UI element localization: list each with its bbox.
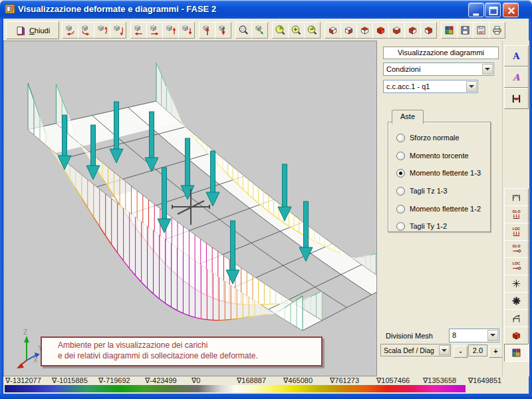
maximize-icon (487, 4, 500, 17)
svg-text:LOC: LOC (513, 261, 521, 265)
global-loads-button[interactable]: GLO (504, 205, 529, 223)
svg-text:GLO: GLO (513, 244, 521, 248)
labels-text-icon: A (511, 51, 522, 62)
window-frame-bottom (0, 394, 532, 399)
export-dxf-button[interactable]: dxf (473, 22, 489, 39)
load-case-dropdown[interactable]: c.c.acc.1 - q1 (383, 80, 478, 93)
annotation-line1: Ambiente per la visualizzazione dei cari… (58, 340, 317, 350)
radio-circle (396, 187, 405, 196)
node-star-thin-button[interactable] (504, 275, 529, 293)
3d-viewport[interactable]: ZYX Ambiente per la visualizzazione dei … (3, 41, 377, 376)
solid-view-button[interactable] (504, 327, 529, 344)
legend-tick: ∇0 (192, 376, 200, 385)
labels-values-button[interactable]: A (504, 66, 529, 88)
panel-title: Visualizzazione diagrammi (383, 47, 499, 59)
tilt-right-button[interactable] (146, 22, 163, 39)
local-reactions-button[interactable]: LOC (504, 257, 529, 275)
radio-label: Momento flettente 1-3 (410, 169, 481, 177)
svg-text:LOC: LOC (513, 227, 521, 231)
print-button[interactable] (489, 22, 505, 39)
close-view-button[interactable]: Chiudi (6, 21, 59, 39)
raise-view-icon (201, 25, 213, 36)
chevron-down-icon[interactable] (439, 345, 450, 355)
view-front-icon (327, 25, 338, 36)
cursor-crosshair (172, 189, 209, 225)
tilt-left-button[interactable] (130, 22, 147, 39)
conditions-dropdown[interactable]: Condizioni (383, 63, 494, 76)
legend-tick: ∇-423499 (145, 376, 177, 385)
right-panel: Visualizzazione diagrammi Condizioni c.c… (377, 41, 502, 376)
global-reactions-icon: GLO (511, 243, 522, 255)
door-exit-icon (15, 25, 26, 36)
scale-mode-dropdown[interactable]: Scala Def / Diag (380, 344, 451, 356)
axis-z-label: Z (23, 329, 27, 336)
view-back-button[interactable] (388, 22, 405, 39)
radio-label: Sforzo normale (410, 134, 460, 142)
view-front-button[interactable] (325, 22, 341, 39)
zoom-window-icon (238, 25, 249, 36)
radio-option-momento-torcente[interactable]: Momento torcente (396, 151, 469, 160)
view-left-icon (343, 25, 354, 36)
zoom-out-button[interactable] (304, 22, 321, 39)
raise-view-button[interactable] (199, 22, 215, 39)
radio-option-tagli-tz-1-3[interactable]: Tagli Tz 1-3 (396, 186, 448, 196)
chevron-down-icon[interactable] (487, 330, 498, 341)
tilt-up-button[interactable] (162, 22, 179, 39)
frame-arrow-button[interactable] (504, 309, 529, 327)
radio-option-sforzo-normale[interactable]: Sforzo normale (396, 133, 460, 142)
legend-gradient-bar (5, 385, 466, 392)
frame-view-button[interactable] (504, 188, 529, 206)
chevron-down-icon[interactable] (482, 64, 493, 74)
scale-increase-button[interactable]: + (489, 346, 503, 358)
labels-text-button[interactable]: A (504, 45, 529, 66)
legend-tick: ∇168887 (237, 376, 266, 385)
chevron-down-icon[interactable] (466, 81, 477, 92)
view-right-button[interactable] (404, 22, 421, 39)
svg-text:A: A (512, 72, 520, 82)
legend-tick: ∇1649851 (468, 376, 501, 385)
view-bottom-button[interactable] (420, 22, 437, 39)
axis-x-label: X (33, 356, 38, 364)
view-back-icon (391, 25, 402, 36)
radio-option-momento-flettente-1-2[interactable]: Momento flettente 1-2 (396, 204, 481, 213)
tilt-right-icon (149, 25, 160, 36)
mesh-divisions-value: 8 (452, 331, 487, 339)
scene-canvas[interactable]: ZYX (4, 41, 376, 376)
zoom-in-button[interactable] (288, 22, 305, 39)
render-colors-button[interactable] (441, 22, 458, 39)
orbit-down-button[interactable] (110, 22, 126, 39)
beam-load-diagram-button[interactable] (504, 88, 529, 109)
local-loads-button[interactable]: LOC (504, 223, 529, 241)
radio-circle (396, 222, 405, 231)
color-map-button[interactable] (504, 344, 529, 362)
lower-view-icon (217, 25, 229, 36)
mesh-divisions-label: Divisioni Mesh (386, 332, 433, 340)
mesh-divisions-dropdown[interactable]: 8 (449, 329, 499, 342)
radio-option-momento-flettente-1-3[interactable]: Momento flettente 1-3 (396, 168, 481, 178)
view-top-button[interactable] (356, 22, 373, 39)
minimize-button[interactable] (468, 3, 484, 17)
scale-mode-value: Scala Def / Diag (384, 346, 438, 354)
orbit-left-button[interactable] (62, 22, 78, 39)
node-star-bold-button[interactable] (504, 292, 529, 310)
orbit-up-button[interactable] (94, 22, 110, 39)
maximize-button[interactable] (485, 3, 501, 17)
zoom-dynamic-button[interactable] (251, 22, 268, 39)
view-left-button[interactable] (340, 22, 357, 39)
app-window: Visualizzazione deformate e diagrammi - … (0, 0, 532, 399)
tab-aste[interactable]: Aste (392, 110, 424, 124)
radio-label: Tagli Tz 1-3 (410, 187, 448, 195)
close-button[interactable] (503, 3, 519, 17)
radio-option-tagli-ty-1-2[interactable]: Tagli Ty 1-2 (396, 221, 447, 231)
legend-tick: ∇-719692 (98, 376, 130, 385)
save-image-button[interactable] (457, 22, 473, 39)
global-reactions-button[interactable]: GLO (504, 240, 529, 258)
orbit-right-button[interactable] (78, 22, 94, 39)
view-iso-button[interactable] (372, 22, 389, 39)
tilt-down-button[interactable] (178, 22, 195, 39)
zoom-extents-icon (275, 25, 286, 36)
lower-view-button[interactable] (215, 22, 231, 39)
zoom-extents-button[interactable] (272, 22, 289, 39)
scale-decrease-button[interactable]: - (454, 346, 467, 358)
zoom-window-button[interactable] (235, 22, 252, 39)
